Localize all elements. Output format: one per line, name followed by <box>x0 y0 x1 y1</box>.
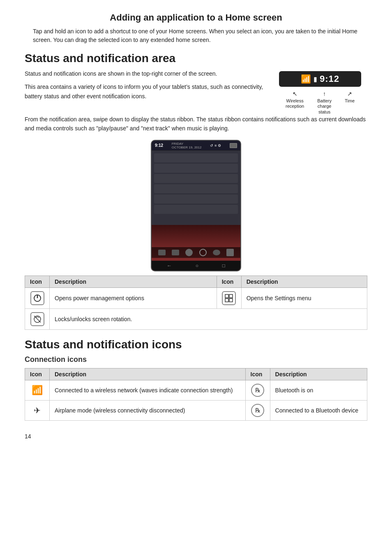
section3-subtitle: Connection icons <box>25 355 367 364</box>
status-bar-mockup: 📶 ▮ 9:12 <box>279 71 361 87</box>
table1-col2-header: Description <box>50 276 217 287</box>
battery-icon: ▮ <box>314 75 317 83</box>
tablet-battery <box>230 143 237 148</box>
taskbar-btn-1 <box>158 250 166 255</box>
tablet-nav-bar: ← ○ □ <box>152 261 240 271</box>
table2-r1-icon2: ℞ <box>245 380 270 400</box>
table1-r2-desc1: Locks/unlocks screen rotation. <box>50 308 367 329</box>
home-icon: ○ <box>196 263 198 269</box>
table-row: Opens power management options Opens the… <box>25 287 367 308</box>
taskbar-btn-2 <box>172 250 179 255</box>
taskbar-btn-4 <box>199 249 207 256</box>
status-para1: Status and notification icons are shown … <box>25 69 265 78</box>
taskbar-btn-5 <box>213 250 220 255</box>
section1-body: Tap and hold an icon to add a shortcut t… <box>25 27 367 44</box>
time-arrow: ↗ <box>347 90 352 97</box>
tablet-status-icons: ↺ ≡ ⚙ <box>210 144 221 148</box>
notification-panel <box>152 151 240 225</box>
table1-r1-icon1 <box>25 287 50 308</box>
table2-col2-header: Description <box>50 368 246 380</box>
battery-label-text: Batterychargestatus <box>317 98 332 115</box>
wifi-status-icon: 📶 <box>32 385 43 395</box>
tablet-date: FRIDAYOCTOBER 19, 2012 <box>172 142 202 149</box>
table1-r1-desc1: Opens power management options <box>50 287 217 308</box>
section1-title: Adding an application to a Home screen <box>25 12 367 23</box>
table2-r2-icon2: ℞ <box>245 400 270 420</box>
table1-col3-header: Icon <box>217 276 241 287</box>
bluetooth-on-icon: ℞ <box>251 384 264 397</box>
notif-row-5 <box>154 195 238 204</box>
table-row: 📶 Connected to a wireless network (waves… <box>25 380 367 400</box>
section3-title: Status and notification icons <box>25 338 367 351</box>
table1-r2-icon1 <box>25 308 50 329</box>
tablet-home-area <box>152 225 240 258</box>
taskbar-btn-6 <box>226 249 234 256</box>
status-bar-diagram: 📶 ▮ 9:12 ↖ Wirelessreception ↑ Batterych… <box>273 69 367 115</box>
tablet-mockup-container: 9:12 FRIDAYOCTOBER 19, 2012 ↺ ≡ ⚙ <box>25 140 367 271</box>
table2-col3-header: Icon <box>245 368 270 380</box>
table2-r2-desc1: Airplane mode (wireless connectivity dis… <box>50 400 246 420</box>
notif-row-6 <box>154 205 238 214</box>
airplane-mode-icon: ✈ <box>34 406 41 415</box>
tablet-time: 9:12 <box>155 143 163 148</box>
power-icon <box>30 291 44 305</box>
time-display: 9:12 <box>320 74 339 84</box>
notif-row-2 <box>154 164 238 173</box>
wireless-arrow: ↖ <box>293 90 297 97</box>
section2-title: Status and notification area <box>25 52 367 65</box>
page-number: 14 <box>25 433 367 440</box>
wireless-label-text: Wirelessreception <box>286 98 304 109</box>
status-text-block: Status and notification icons are shown … <box>25 69 265 105</box>
time-label-text: Time <box>345 98 355 104</box>
table2-col1-header: Icon <box>25 368 50 380</box>
table2-r2-desc2: Connected to a Bluetooth device <box>270 400 367 420</box>
status-para2: This area contains a variety of icons to… <box>25 82 265 101</box>
svg-rect-3 <box>229 294 233 298</box>
table2-r1-icon1: 📶 <box>25 380 50 400</box>
diagram-labels: ↖ Wirelessreception ↑ Batterychargestatu… <box>279 90 361 115</box>
table2-col4-header: Description <box>270 368 367 380</box>
bluetooth-connected-icon: ℞ <box>251 404 264 417</box>
icon-table-1: Icon Description Icon Description Opens … <box>25 276 367 330</box>
table1-r1-desc2: Opens the Settings menu <box>241 287 367 308</box>
svg-rect-2 <box>225 294 228 298</box>
status-para3: From the notification area, swipe down t… <box>25 115 367 133</box>
tablet-status-bar: 9:12 FRIDAYOCTOBER 19, 2012 ↺ ≡ ⚙ <box>152 141 240 151</box>
icon-table-2: Icon Description Icon Description 📶 Conn… <box>25 368 367 421</box>
recents-icon: □ <box>222 263 225 269</box>
taskbar-btn-3 <box>185 249 193 256</box>
settings-menu-icon <box>222 291 236 305</box>
tablet-rotate-icon: ↺ <box>210 144 213 148</box>
time-label: ↗ Time <box>345 90 355 115</box>
battery-arrow: ↑ <box>323 90 326 97</box>
notif-row-3 <box>154 174 238 183</box>
notif-row-4 <box>154 184 238 193</box>
notif-row-1 <box>154 153 238 162</box>
tablet-signal-icon: ≡ <box>214 144 217 148</box>
table-row: ✈ Airplane mode (wireless connectivity d… <box>25 400 367 420</box>
back-icon: ← <box>167 263 172 269</box>
wifi-icon: 📶 <box>301 74 311 84</box>
tablet-mockup: 9:12 FRIDAYOCTOBER 19, 2012 ↺ ≡ ⚙ <box>151 140 241 271</box>
table2-r1-desc2: Bluetooth is on <box>270 380 367 400</box>
table2-r1-desc1: Connected to a wireless network (waves i… <box>50 380 246 400</box>
table1-col4-header: Description <box>241 276 367 287</box>
wireless-label: ↖ Wirelessreception <box>286 90 304 115</box>
svg-rect-5 <box>229 299 233 302</box>
battery-label: ↑ Batterychargestatus <box>317 90 332 115</box>
rotation-lock-icon <box>30 312 44 326</box>
table1-r1-icon2 <box>217 287 241 308</box>
tablet-settings-icon: ⚙ <box>218 144 221 148</box>
table-row: Locks/unlocks screen rotation. <box>25 308 367 329</box>
table2-r2-icon1: ✈ <box>25 400 50 420</box>
svg-rect-4 <box>225 299 228 302</box>
table1-col1-header: Icon <box>25 276 50 287</box>
tablet-taskbar <box>152 247 240 258</box>
status-area-layout: Status and notification icons are shown … <box>25 69 367 115</box>
